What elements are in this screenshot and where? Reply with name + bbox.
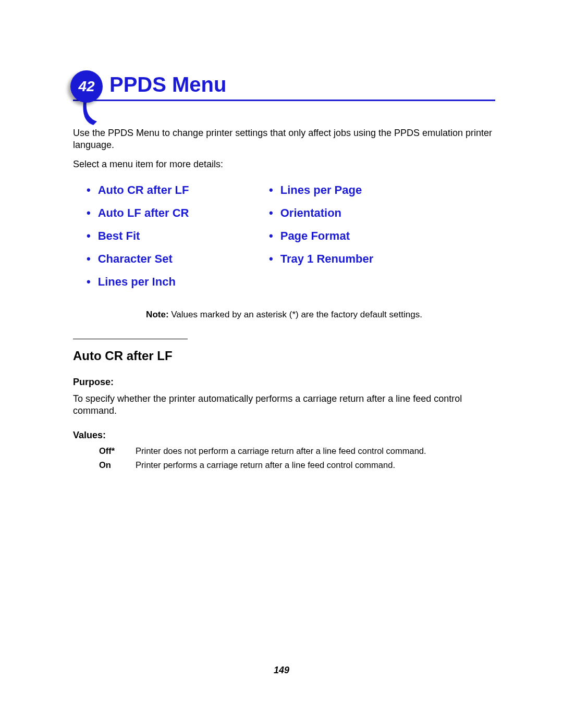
note-label: Note: (146, 310, 168, 319)
menu-link-label: Page Format (280, 229, 350, 243)
menu-item-orientation[interactable]: •Orientation (269, 206, 436, 220)
menu-link-label: Best Fit (98, 229, 140, 243)
menu-item-tray-1-renumber[interactable]: •Tray 1 Renumber (269, 252, 436, 266)
value-desc: Printer does not perform a carriage retu… (136, 446, 495, 456)
menu-item-page-format[interactable]: •Page Format (269, 229, 436, 243)
value-label: On (99, 460, 136, 470)
purpose-text: To specify whether the printer automatic… (73, 393, 495, 416)
value-desc: Printer performs a carriage return after… (136, 460, 495, 470)
chapter-number-circle: 42 (70, 70, 103, 103)
page-number: 149 (0, 665, 563, 676)
bullet-icon: • (87, 275, 91, 289)
menu-item-character-set[interactable]: •Character Set (87, 252, 253, 266)
menu-grid: •Auto CR after LF •Lines per Page •Auto … (73, 183, 495, 289)
chapter-badge: 42 (70, 70, 103, 103)
bullet-icon: • (269, 206, 273, 220)
bullet-icon: • (269, 183, 273, 197)
chapter-number: 42 (78, 78, 94, 95)
note-line: Note: Values marked by an asterisk (*) a… (73, 310, 495, 320)
bullet-icon: • (269, 229, 273, 243)
menu-link-label: Orientation (280, 206, 341, 220)
menu-link-label: Tray 1 Renumber (280, 252, 374, 266)
note-text: Values marked by an asterisk (*) are the… (169, 310, 422, 319)
section-divider (73, 339, 188, 339)
menu-item-auto-cr-after-lf[interactable]: •Auto CR after LF (87, 183, 253, 197)
title-row: PPDS Menu (73, 73, 495, 101)
menu-link-label: Lines per Inch (98, 275, 176, 289)
bullet-icon: • (87, 252, 91, 266)
menu-link-label: Character Set (98, 252, 173, 266)
bullet-icon: • (87, 206, 91, 220)
menu-link-label: Lines per Page (280, 183, 362, 197)
values-label: Values: (73, 430, 495, 441)
value-row: On Printer performs a carriage return af… (99, 460, 495, 470)
section-heading: Auto CR after LF (73, 349, 495, 363)
menu-item-auto-lf-after-cr[interactable]: •Auto LF after CR (87, 206, 253, 220)
bullet-icon: • (87, 229, 91, 243)
menu-item-lines-per-page[interactable]: •Lines per Page (269, 183, 436, 197)
intro-text: Use the PPDS Menu to change printer sett… (73, 127, 495, 151)
values-table: Off* Printer does not perform a carriage… (73, 446, 495, 470)
select-prompt: Select a menu item for more details: (73, 159, 495, 170)
page-title: PPDS Menu (109, 73, 226, 96)
purpose-label: Purpose: (73, 377, 495, 388)
chapter-header: 42 PPDS Menu (73, 73, 495, 101)
menu-link-label: Auto CR after LF (98, 183, 189, 197)
bullet-icon: • (269, 252, 273, 266)
menu-item-lines-per-inch[interactable]: •Lines per Inch (87, 275, 253, 289)
menu-item-best-fit[interactable]: •Best Fit (87, 229, 253, 243)
bullet-icon: • (87, 183, 91, 197)
document-page: 42 PPDS Menu Use the PPDS Menu to change… (0, 0, 563, 470)
value-row: Off* Printer does not perform a carriage… (99, 446, 495, 456)
value-label: Off* (99, 446, 136, 456)
menu-link-label: Auto LF after CR (98, 206, 189, 220)
